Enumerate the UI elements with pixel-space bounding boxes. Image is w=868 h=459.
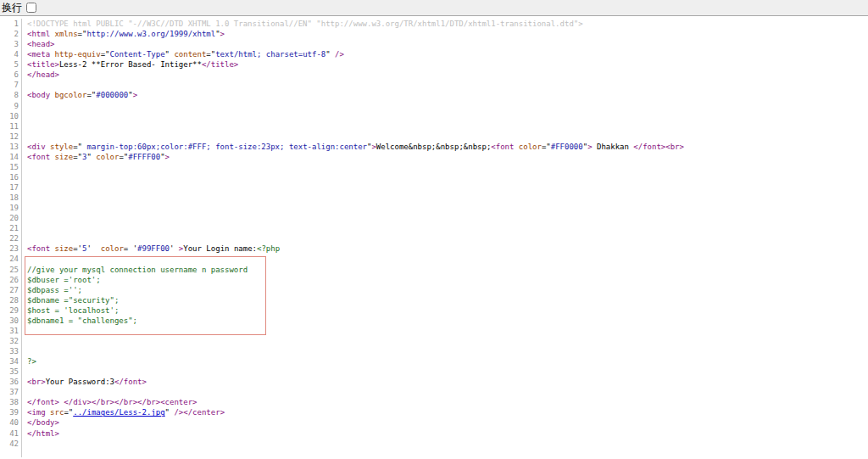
code-line-text: <font size='5' color= '#99FF00' >Your Lo… (22, 243, 280, 254)
code-line: 39<img src="../images/Less-2.jpg" /></ce… (0, 407, 868, 417)
code-line: 27$dbpass =''; (0, 285, 868, 295)
attribute-name-token: http-equiv (50, 50, 101, 59)
code-line-text: <meta http-equiv="Content-Type" content=… (22, 49, 344, 59)
attribute-name-token: color (92, 153, 120, 161)
text-token: =' (73, 244, 82, 253)
line-wrap-bar: 换行 (0, 0, 868, 16)
tag-token: </br> (114, 398, 137, 406)
code-line-text: </head> (22, 70, 59, 80)
tag-token: <br> (27, 378, 46, 386)
attribute-value-token: text/html; charset=utf-8 (215, 50, 326, 59)
text-token: " (165, 408, 175, 417)
code-lines: 1<!DOCTYPE html PUBLIC "-//W3C//DTD XHTM… (0, 19, 868, 449)
line-number: 26 (0, 275, 22, 285)
code-line: 30$dbname1 = "challenges"; (0, 316, 868, 326)
code-line-text: $dbname1 = "challenges"; (22, 316, 137, 326)
text-token: Less-2 **Error Based- Intiger** (59, 60, 202, 69)
code-line: 14<font size="3" color="#FFFF00"> (0, 152, 868, 162)
php-comment-token: //give your mysql connection username n … (27, 266, 248, 274)
php-comment-token: $dbpass =''; (27, 286, 82, 294)
line-number: 14 (0, 152, 22, 162)
code-line: 6</head> (0, 70, 868, 80)
text-token: =" (542, 143, 551, 151)
attribute-value-token: #FF0000 (551, 143, 583, 151)
code-line-text: <font size="3" color="#FFFF00"> (22, 152, 170, 162)
code-line-text: $host = 'localhost'; (22, 305, 119, 316)
tag-token: </title> (202, 60, 238, 69)
code-line: 11 (0, 121, 868, 132)
line-number: 15 (0, 162, 22, 172)
tag-token: <meta (27, 50, 50, 59)
code-line: 40</body> (0, 417, 868, 428)
code-line: 35 (0, 367, 868, 377)
code-line-text (22, 336, 27, 346)
code-line: 10 (0, 111, 868, 121)
line-number: 4 (0, 49, 22, 59)
tag-token: </div> (64, 398, 92, 406)
code-line-text (22, 132, 27, 142)
code-line: 31 (0, 326, 868, 336)
attribute-name-token: bgcolor (50, 91, 86, 99)
text-token: =" (64, 408, 73, 417)
text-token: = ' (124, 244, 137, 253)
line-number: 17 (0, 182, 22, 193)
tag-token: <img (27, 408, 46, 417)
line-number: 33 (0, 346, 22, 356)
code-line-text: <title>Less-2 **Error Based- Intiger**</… (22, 59, 238, 70)
attribute-value-token: http://www.w3.org/1999/xhtml (86, 30, 215, 38)
text-token: =" (86, 91, 96, 99)
tag-token: <body (27, 91, 50, 99)
code-line: 41</html> (0, 428, 868, 439)
line-number: 3 (0, 39, 22, 49)
line-wrap-checkbox[interactable] (26, 3, 36, 13)
tag-token: </br> (92, 398, 114, 406)
line-number: 42 (0, 439, 22, 449)
code-line: 26$dbuser ='root'; (0, 275, 868, 285)
code-line-text: <img src="../images/Less-2.jpg" /></cent… (22, 407, 225, 417)
text-token: =" (119, 153, 128, 161)
line-number: 37 (0, 387, 22, 397)
code-line: 38</font> </div></br></br></br><center> (0, 397, 868, 407)
gutter-tail-row (0, 449, 868, 459)
line-number: 25 (0, 265, 22, 275)
code-line-text (22, 387, 27, 397)
text-token: Your Login name: (183, 244, 257, 253)
code-line-text: </font> </div></br></br></br><center> (22, 397, 198, 407)
line-number: 35 (0, 367, 22, 377)
code-line-text (22, 254, 27, 264)
text-token: Your Password:3 (46, 378, 114, 386)
tag-token: > (133, 91, 137, 99)
line-number: 23 (0, 243, 22, 254)
line-number: 12 (0, 132, 22, 142)
code-line: 20 (0, 213, 868, 223)
code-line: 37 (0, 387, 868, 397)
code-line: 4<meta http-equiv="Content-Type" content… (0, 49, 868, 59)
line-number: 20 (0, 213, 22, 223)
attribute-name-token: color (92, 244, 124, 253)
line-number: 31 (0, 326, 22, 336)
code-line-text (22, 162, 27, 172)
attribute-value-token: #000000 (96, 91, 128, 99)
code-line: 33 (0, 346, 868, 356)
line-number: 30 (0, 316, 22, 326)
image-src-link[interactable]: ../images/Less-2.jpg (73, 408, 164, 417)
code-line-text (22, 223, 27, 233)
text-token: =" (101, 50, 110, 59)
code-line: 25//give your mysql connection username … (0, 265, 868, 275)
attribute-value-token: margin-top:60px;color:#FFF; font-size:23… (82, 143, 367, 151)
code-line-text (22, 182, 27, 193)
code-line: 17 (0, 182, 868, 193)
code-line: 18 (0, 193, 868, 203)
line-number: 36 (0, 377, 22, 387)
attribute-name-token: style (46, 143, 74, 151)
attribute-name-token: size (50, 153, 73, 161)
code-line: 19 (0, 203, 868, 213)
tag-token: <font (27, 153, 50, 161)
code-line: 16 (0, 172, 868, 182)
code-line-text (22, 367, 27, 377)
code-line-text: $dbpass =''; (22, 285, 82, 295)
line-number: 39 (0, 407, 22, 417)
attribute-value-token: #FFFF00 (128, 153, 160, 161)
code-line: 23<font size='5' color= '#99FF00' >Your … (0, 243, 868, 254)
tag-token: </body> (27, 418, 59, 427)
